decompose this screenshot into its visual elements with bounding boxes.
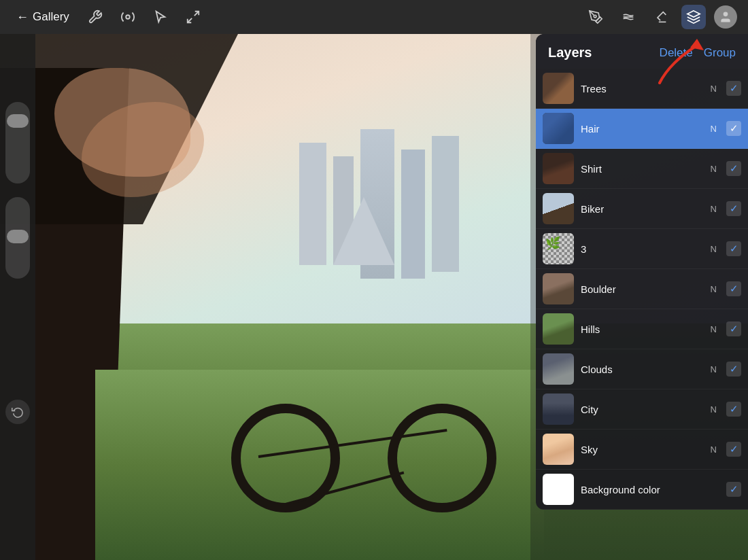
layer-name-shirt: Shirt bbox=[581, 163, 704, 175]
layer-visible-hair[interactable] bbox=[726, 121, 741, 136]
layer-thumbnail-3: 🌿 bbox=[543, 233, 574, 264]
wrench-button[interactable] bbox=[83, 5, 107, 29]
top-bar-right bbox=[583, 5, 737, 29]
layer-name-city: City bbox=[581, 404, 704, 415]
arrow-indicator bbox=[646, 35, 714, 92]
svg-marker-5 bbox=[687, 11, 700, 17]
layer-clouds[interactable]: Clouds N bbox=[536, 349, 748, 389]
wheel-front bbox=[388, 404, 496, 512]
layer-name-hills: Hills bbox=[581, 323, 704, 335]
layer-name-biker: Biker bbox=[581, 203, 704, 215]
brush-size-slider[interactable] bbox=[5, 197, 30, 279]
layer-hills[interactable]: Hills N bbox=[536, 309, 748, 349]
selection-button[interactable] bbox=[148, 5, 173, 29]
layer-thumbnail-hills bbox=[543, 313, 574, 345]
layer-blend-hills: N bbox=[711, 324, 717, 334]
adjustments-button[interactable] bbox=[116, 5, 140, 29]
top-bar-left: ← Gallery bbox=[11, 5, 205, 29]
biker-area bbox=[190, 207, 517, 519]
transform-button[interactable] bbox=[181, 5, 205, 29]
svg-point-6 bbox=[724, 12, 728, 17]
layer-visible-sky[interactable] bbox=[726, 442, 741, 457]
layer-name-clouds: Clouds bbox=[581, 364, 704, 375]
layer-thumbnail-city bbox=[543, 393, 574, 425]
layer-boulder[interactable]: Boulder N bbox=[536, 269, 748, 309]
layer-blend-shirt: N bbox=[711, 164, 717, 174]
svg-line-2 bbox=[188, 18, 192, 22]
layer-visible-city[interactable] bbox=[726, 402, 741, 417]
layer-thumbnail-hair bbox=[543, 113, 574, 144]
smudge-tool-button[interactable] bbox=[616, 5, 641, 29]
layer-visible-background[interactable] bbox=[726, 482, 741, 497]
layers-title: Layers bbox=[548, 45, 592, 60]
layers-list: Trees N Hair N Shirt N Bik bbox=[536, 69, 748, 510]
layers-header: Layers Delete Group bbox=[536, 34, 748, 69]
svg-line-1 bbox=[194, 12, 199, 16]
layer-blend-3: N bbox=[711, 244, 717, 254]
layer-sky[interactable]: Sky N bbox=[536, 430, 748, 470]
opacity-slider[interactable] bbox=[5, 102, 30, 183]
layer-thumbnail-biker bbox=[543, 193, 574, 224]
layer-thumbnail-shirt bbox=[543, 153, 574, 184]
layer-blend-city: N bbox=[711, 404, 717, 415]
user-avatar[interactable] bbox=[714, 5, 737, 29]
layer-thumbnail-background bbox=[543, 474, 574, 505]
layer-thumbnail-trees bbox=[543, 73, 574, 104]
layer-blend-boulder: N bbox=[711, 284, 717, 294]
layer-thumbnail-sky bbox=[543, 434, 574, 465]
layer-thumbnail-clouds bbox=[543, 353, 574, 385]
layer-background[interactable]: Background color bbox=[536, 470, 748, 510]
pencil-tool-button[interactable] bbox=[583, 5, 608, 29]
gallery-icon: ← bbox=[16, 10, 29, 24]
gallery-button[interactable]: ← Gallery bbox=[11, 7, 75, 27]
layer-visible-3[interactable] bbox=[726, 241, 741, 256]
svg-point-0 bbox=[126, 15, 130, 19]
layer-hair[interactable]: Hair N bbox=[536, 109, 748, 149]
undo-button[interactable] bbox=[5, 400, 30, 424]
layer-3[interactable]: 🌿 3 N bbox=[536, 229, 748, 269]
left-sidebar bbox=[0, 34, 35, 560]
layer-name-hair: Hair bbox=[581, 123, 704, 135]
top-bar: ← Gallery bbox=[0, 0, 748, 34]
layer-visible-clouds[interactable] bbox=[726, 362, 741, 377]
layer-name-boulder: Boulder bbox=[581, 283, 704, 295]
layer-biker[interactable]: Biker N bbox=[536, 189, 748, 229]
layer-blend-clouds: N bbox=[711, 364, 717, 374]
layer-visible-boulder[interactable] bbox=[726, 281, 741, 296]
layer-blend-biker: N bbox=[711, 204, 717, 214]
layer-visible-hills[interactable] bbox=[726, 321, 741, 336]
arrow-svg bbox=[646, 35, 714, 90]
svg-point-3 bbox=[594, 15, 596, 18]
layer-visible-trees[interactable] bbox=[726, 81, 741, 96]
layer-name-3: 3 bbox=[581, 243, 704, 255]
layer-name-sky: Sky bbox=[581, 444, 704, 455]
eraser-tool-button[interactable] bbox=[649, 5, 673, 29]
layer-trees[interactable]: Trees N bbox=[536, 69, 748, 109]
layer-shirt[interactable]: Shirt N bbox=[536, 149, 748, 189]
layer-city[interactable]: City N bbox=[536, 389, 748, 430]
layer-blend-hair: N bbox=[711, 124, 717, 134]
layer-visible-biker[interactable] bbox=[726, 201, 741, 216]
layer-name-background: Background color bbox=[581, 484, 710, 495]
layer-thumbnail-boulder bbox=[543, 273, 574, 304]
layer-visible-shirt[interactable] bbox=[726, 161, 741, 176]
layers-panel: Layers Delete Group Trees N Hair N bbox=[536, 34, 748, 510]
layers-panel-button[interactable] bbox=[681, 5, 706, 29]
layer-blend-sky: N bbox=[711, 444, 717, 455]
wheel-back bbox=[231, 404, 340, 512]
gallery-label: Gallery bbox=[33, 10, 69, 24]
